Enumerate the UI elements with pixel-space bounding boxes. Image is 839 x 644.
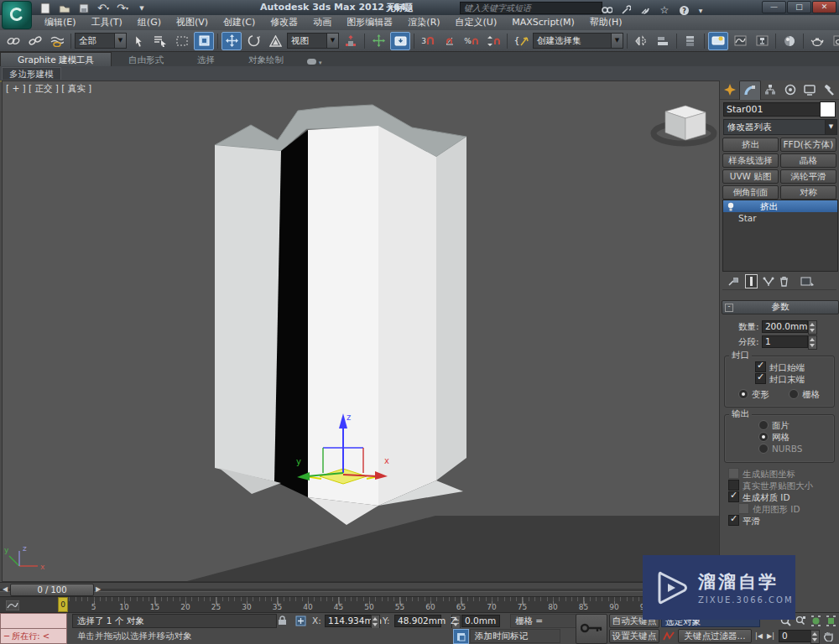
lightbulb-icon[interactable]	[727, 202, 735, 211]
morph-radio-row[interactable]: 变形	[738, 388, 769, 400]
ribbon-minimize-icon[interactable]: ▾	[300, 57, 329, 66]
next-frame-arrow[interactable]: ▶	[94, 584, 102, 595]
ribbon-tab-freeform[interactable]: 自由形式	[112, 53, 180, 66]
menu-item[interactable]: 视图(V)	[169, 15, 216, 30]
selection-lock-icon[interactable]	[275, 614, 289, 627]
go-to-start-icon[interactable]: |◀	[753, 629, 764, 642]
rollout-collapse-icon[interactable]: -	[725, 304, 733, 312]
menu-item[interactable]: 自定义(U)	[448, 15, 505, 30]
menu-item[interactable]: 修改器	[263, 15, 305, 30]
parameters-rollout-header[interactable]: - 参数	[722, 300, 839, 314]
set-keys-button[interactable]	[576, 614, 607, 644]
menu-item[interactable]: 编辑(E)	[37, 15, 84, 30]
gen-matid-row[interactable]: 生成材质 ID	[728, 491, 790, 503]
object-color-swatch[interactable]	[820, 101, 836, 117]
gen-mapping-checkbox[interactable]	[728, 468, 739, 479]
frame-spinner[interactable]	[810, 630, 820, 644]
use-pivot-point-icon[interactable]	[341, 32, 361, 50]
key-filters-button[interactable]: 关键点过滤器...	[678, 629, 752, 643]
select-and-move-icon[interactable]	[221, 32, 242, 50]
nurbs-radio[interactable]	[758, 444, 769, 454]
pan-hand-icon[interactable]	[821, 629, 835, 642]
x-coord-spinner[interactable]	[371, 615, 380, 629]
select-and-manipulate-icon[interactable]	[368, 32, 388, 50]
stack-item-extrude[interactable]: 挤出	[723, 200, 837, 212]
maximize-button[interactable]: □	[787, 1, 811, 13]
patch-radio-row[interactable]: 面片	[758, 419, 789, 431]
tab-modify-icon[interactable]	[739, 80, 760, 100]
selection-filter-dropdown[interactable]: 全部▼	[75, 33, 127, 49]
open-file-button[interactable]	[56, 1, 73, 15]
render-setup-icon[interactable]	[807, 32, 827, 50]
amount-input[interactable]: 200.0mm	[762, 320, 808, 333]
gen-mapping-row[interactable]: 生成贴图坐标	[728, 468, 795, 480]
named-selection-set-dropdown[interactable]: 创建选择集▼	[533, 33, 623, 49]
time-slider-handle[interactable]: 0 / 100	[10, 584, 94, 596]
segments-input[interactable]: 1	[762, 335, 808, 348]
modifier-button[interactable]: 倒角剖面	[722, 185, 779, 200]
select-and-link-icon[interactable]	[3, 32, 23, 50]
track-bar[interactable]: 0510152025303540455055606570758085909510…	[0, 596, 720, 613]
schematic-view-icon[interactable]	[752, 32, 772, 50]
layer-manager-icon[interactable]	[680, 32, 701, 50]
time-tag-icon[interactable]	[453, 629, 469, 644]
stack-item-star[interactable]: Star	[723, 212, 837, 224]
smooth-checkbox[interactable]	[728, 515, 739, 526]
track-bar-ruler[interactable]: 0510152025303540455055606570758085909510…	[23, 597, 720, 613]
patch-radio[interactable]	[758, 420, 769, 430]
search-input[interactable]: 键入关键字或短语	[460, 2, 602, 14]
graphite-modeling-ribbon-toggle-icon[interactable]	[708, 32, 728, 50]
tab-motion-icon[interactable]	[780, 80, 800, 99]
unlink-selection-icon[interactable]	[25, 32, 45, 50]
keyboard-shortcut-override-icon[interactable]	[390, 32, 410, 50]
viewport-label[interactable]: [ + ] [ 正交 ] [ 真实 ]	[6, 83, 91, 95]
close-button[interactable]: ✕	[812, 1, 836, 13]
window-crossing-toggle-icon[interactable]	[194, 32, 214, 50]
menu-item[interactable]: 工具(T)	[84, 15, 130, 30]
maxscript-mini-listener[interactable]	[0, 613, 67, 629]
ribbon-panel-polygon-modeling[interactable]: 多边形建模	[2, 67, 61, 80]
menu-item[interactable]: MAXScript(M)	[504, 15, 582, 30]
undo-button[interactable]: ↶▾	[95, 1, 112, 15]
tab-hierarchy-icon[interactable]	[761, 80, 780, 99]
save-file-button[interactable]	[76, 1, 92, 15]
y-coord-input[interactable]: 48.902mm	[394, 615, 441, 627]
cap-end-checkbox[interactable]	[755, 373, 766, 384]
select-object-icon[interactable]	[128, 32, 149, 50]
new-scene-button[interactable]	[37, 1, 54, 15]
object-name-field[interactable]: Star001	[723, 102, 824, 117]
redo-button[interactable]: ↷▾	[114, 1, 131, 15]
ribbon-tab-graphite[interactable]: Graphite 建模工具	[0, 52, 112, 66]
curve-editor-icon[interactable]	[730, 32, 750, 50]
menu-item[interactable]: 组(G)	[130, 15, 169, 30]
configure-modifier-sets-icon[interactable]	[800, 276, 814, 287]
go-to-end-icon[interactable]: ▶|	[765, 629, 776, 642]
grid-cap-radio[interactable]	[789, 389, 799, 399]
current-frame-marker[interactable]: 0	[58, 597, 68, 612]
time-slider-groove[interactable]	[0, 589, 720, 592]
modifier-list-dropdown[interactable]: 修改器列表 ▼	[723, 119, 837, 135]
modifier-button[interactable]: 涡轮平滑	[780, 169, 836, 184]
snap-toggle-3d-icon[interactable]: 3	[418, 32, 438, 50]
mirror-icon[interactable]	[631, 32, 651, 50]
real-world-row[interactable]: 真实世界贴图大小	[728, 480, 813, 491]
gen-matid-checkbox[interactable]	[728, 491, 739, 502]
viewport[interactable]: [ + ] [ 正交 ] [ 真实 ]	[2, 80, 720, 582]
tab-utilities-icon[interactable]	[820, 80, 839, 99]
use-shapeid-checkbox[interactable]	[738, 503, 749, 514]
remove-modifier-icon[interactable]	[779, 276, 789, 287]
select-by-name-icon[interactable]	[150, 32, 170, 50]
morph-radio[interactable]	[738, 389, 748, 399]
tab-display-icon[interactable]	[800, 80, 819, 99]
modifier-button[interactable]: FFD(长方体)	[780, 138, 836, 152]
mesh-radio-row[interactable]: 网格	[758, 431, 789, 443]
use-shapeid-row[interactable]: 使用图形 ID	[738, 503, 800, 515]
select-and-rotate-icon[interactable]	[243, 32, 263, 50]
toolbar-overflow-button[interactable]: ▼	[133, 1, 150, 15]
angle-snap-toggle-icon[interactable]	[440, 32, 460, 50]
show-end-result-icon[interactable]	[745, 274, 758, 288]
menu-item[interactable]: 渲染(R)	[400, 15, 447, 30]
grid-cap-radio-row[interactable]: 栅格	[789, 388, 820, 400]
material-editor-icon[interactable]	[779, 32, 800, 50]
menu-item[interactable]: 帮助(H)	[582, 15, 630, 30]
